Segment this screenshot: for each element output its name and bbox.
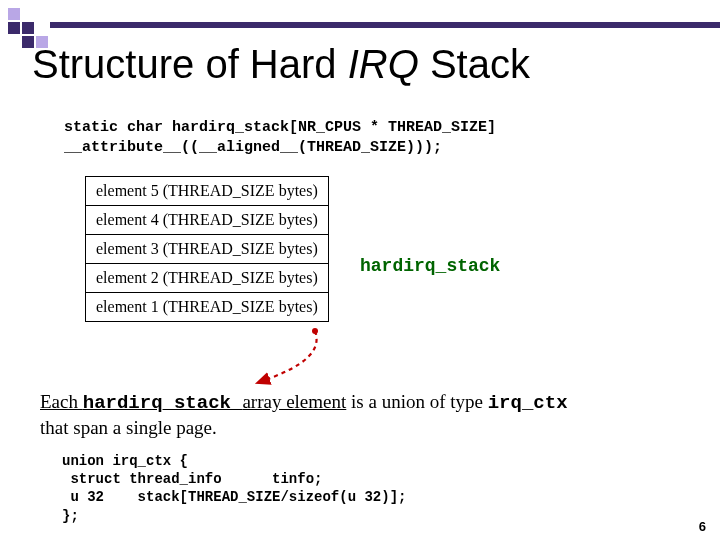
declaration-code: static char hardirq_stack[NR_CPUS * THRE…: [64, 118, 496, 159]
explanation-paragraph: Each hardirq_stack array element is a un…: [40, 390, 680, 440]
table-row: element 3 (THREAD_SIZE bytes): [86, 235, 329, 264]
union-l1: union irq_ctx {: [62, 453, 188, 469]
table-row: element 2 (THREAD_SIZE bytes): [86, 264, 329, 293]
explain-code-1: hardirq_stack: [83, 392, 243, 414]
union-code-block: union irq_ctx { struct thread_info tinfo…: [62, 452, 406, 525]
stack-diagram-table: element 5 (THREAD_SIZE bytes) element 4 …: [85, 176, 329, 322]
decl-line-1: static char hardirq_stack[NR_CPUS * THRE…: [64, 119, 496, 136]
title-text-pre: Structure of Hard: [32, 42, 348, 86]
union-l4: };: [62, 508, 79, 524]
slide-title: Structure of Hard IRQ Stack: [32, 42, 530, 87]
table-row: element 4 (THREAD_SIZE bytes): [86, 206, 329, 235]
title-text-ital: IRQ: [348, 42, 419, 86]
union-l3: u 32 stack[THREAD_SIZE/sizeof(u 32)];: [62, 489, 406, 505]
title-text-post: Stack: [419, 42, 530, 86]
explain-tail: that span a single page.: [40, 417, 217, 438]
decl-line-2: __attribute__((__aligned__(THREAD_SIZE))…: [64, 139, 442, 156]
explain-code-2: irq_ctx: [488, 392, 568, 414]
table-row: element 5 (THREAD_SIZE bytes): [86, 177, 329, 206]
explain-lead: Each: [40, 391, 83, 412]
page-number: 6: [699, 519, 706, 534]
curved-arrow-icon: [245, 328, 355, 388]
explain-mid-underlined: array element: [242, 391, 346, 412]
stack-array-label: hardirq_stack: [360, 256, 500, 276]
union-l2: struct thread_info tinfo;: [62, 471, 322, 487]
table-row: element 1 (THREAD_SIZE bytes): [86, 293, 329, 322]
explain-mid2: is a union of type: [346, 391, 487, 412]
header-accent-bar: [50, 22, 720, 28]
